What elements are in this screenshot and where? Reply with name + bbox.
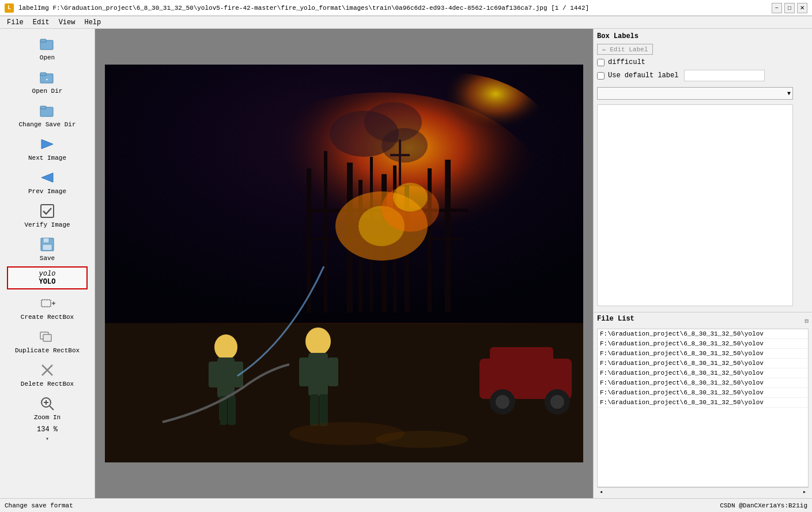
bottom-bar: Change save format CSDN @DanCXer1aYs:B21… — [0, 498, 812, 512]
minimize-button[interactable]: − — [772, 3, 782, 13]
use-default-label-text: Use default label — [608, 71, 678, 80]
svg-rect-13 — [41, 300, 51, 307]
scroll-down[interactable]: ▾ — [44, 435, 50, 444]
chevron-down-icon[interactable]: ▾ — [46, 436, 49, 443]
svg-rect-51 — [209, 362, 219, 387]
prev-image-icon — [38, 168, 56, 187]
file-item-5[interactable]: F:\Graduation_project\6_8_30_31_32_50\yo… — [598, 378, 808, 388]
file-item-6[interactable]: F:\Graduation_project\6_8_30_31_32_50\yo… — [598, 388, 808, 398]
left-toolbar: Open ▸ Open Dir Change Save Dir — [0, 29, 95, 498]
scroll-right-icon[interactable]: ▸ — [803, 488, 806, 495]
file-list-container[interactable]: F:\Graduation_project\6_8_30_31_32_50\yo… — [597, 329, 809, 487]
label-list-area — [597, 104, 793, 306]
edit-label-button[interactable]: ✏ Edit Label — [597, 44, 653, 55]
default-label-input[interactable] — [684, 70, 765, 81]
change-save-dir-label: Change Save Dir — [18, 121, 75, 128]
file-item-4[interactable]: F:\Graduation_project\6_8_30_31_32_50\yo… — [598, 368, 808, 378]
file-item-2[interactable]: F:\Graduation_project\6_8_30_31_32_50\yo… — [598, 349, 808, 359]
open-icon — [38, 35, 56, 53]
open-label: Open — [40, 54, 55, 61]
svg-point-48 — [382, 128, 428, 163]
svg-marker-8 — [41, 173, 53, 182]
file-item-1[interactable]: F:\Graduation_project\6_8_30_31_32_50\yo… — [598, 339, 808, 349]
app-icon: L — [5, 3, 14, 13]
difficult-checkbox[interactable] — [597, 59, 605, 66]
image-canvas — [105, 65, 583, 462]
open-dir-button[interactable]: ▸ Open Dir — [7, 65, 88, 98]
close-button[interactable]: ✕ — [797, 3, 807, 13]
file-list-collapse-button[interactable]: ⊟ — [805, 317, 809, 325]
fire-scene-bg — [105, 65, 583, 462]
svg-rect-1 — [40, 39, 46, 42]
label-dropdown[interactable] — [597, 87, 793, 100]
svg-rect-12 — [43, 244, 52, 250]
svg-rect-62 — [490, 347, 553, 364]
verify-image-button[interactable]: Verify Image — [7, 198, 88, 232]
zoom-in-label: Zoom In — [34, 414, 61, 421]
zoom-display: 134 % — [37, 424, 58, 435]
title-text: labelImg F:\Graduation_project\6_8_30_31… — [18, 5, 767, 12]
svg-rect-29 — [324, 151, 327, 313]
change-save-dir-button[interactable]: Change Save Dir — [7, 98, 88, 131]
save-label: Save — [40, 255, 55, 262]
box-labels-section: Box Labels ✏ Edit Label difficult Use de… — [594, 29, 812, 313]
open-button[interactable]: Open — [7, 31, 88, 65]
format-yolo-bold: YOLO — [10, 278, 84, 286]
next-image-button[interactable]: Next Image — [7, 131, 88, 165]
prev-image-button[interactable]: Prev Image — [7, 165, 88, 198]
file-list-title: File List — [597, 315, 635, 323]
title-bar: L labelImg F:\Graduation_project\6_8_30_… — [0, 0, 812, 16]
svg-marker-7 — [41, 140, 53, 149]
duplicate-rect-box-label: Duplicate RectBox — [15, 347, 80, 354]
zoom-in-button[interactable]: Zoom In — [7, 391, 88, 424]
svg-rect-50 — [217, 357, 235, 398]
open-dir-icon: ▸ — [38, 68, 56, 86]
file-item-7[interactable]: F:\Graduation_project\6_8_30_31_32_50\yo… — [598, 398, 808, 408]
image-canvas-area[interactable] — [95, 29, 593, 498]
difficult-label: difficult — [608, 58, 645, 66]
use-default-label-checkbox[interactable] — [597, 72, 605, 80]
format-section: yolo YOLO — [7, 266, 88, 289]
svg-rect-11 — [43, 238, 49, 243]
delete-rect-box-label: Delete RectBox — [21, 381, 74, 387]
create-rect-box-button[interactable]: Create RectBox — [7, 291, 88, 324]
next-image-label: Next Image — [28, 155, 66, 161]
file-list-header: File List ⊟ — [597, 315, 809, 326]
box-labels-title: Box Labels — [597, 32, 809, 40]
svg-rect-28 — [307, 168, 311, 313]
change-save-dir-icon — [38, 101, 56, 120]
save-button[interactable]: Save — [7, 232, 88, 265]
format-yolo-italic: yolo — [10, 270, 84, 278]
svg-rect-56 — [308, 353, 328, 396]
svg-point-49 — [214, 334, 237, 360]
right-panel: Box Labels ✏ Edit Label difficult Use de… — [593, 29, 812, 498]
maximize-button[interactable]: □ — [784, 3, 795, 13]
prev-image-label: Prev Image — [28, 188, 66, 195]
fire-scene-svg — [105, 65, 583, 462]
file-item-3[interactable]: F:\Graduation_project\6_8_30_31_32_50\yo… — [598, 359, 808, 368]
svg-point-66 — [550, 395, 564, 409]
delete-rect-box-icon — [38, 361, 56, 379]
bottom-right-text: CSDN @DanCXer1aYs:B21ig — [720, 502, 807, 509]
svg-rect-58 — [328, 357, 338, 386]
change-save-format-button[interactable]: Change save format — [5, 502, 73, 509]
svg-rect-9 — [41, 205, 54, 217]
svg-text:▸: ▸ — [46, 77, 49, 82]
menu-file[interactable]: File — [2, 17, 28, 28]
scroll-left-icon[interactable]: ◂ — [599, 488, 603, 495]
menu-view[interactable]: View — [54, 17, 80, 28]
file-list-section: File List ⊟ F:\Graduation_project\6_8_30… — [594, 313, 812, 498]
svg-rect-57 — [299, 357, 309, 386]
create-rect-box-icon — [38, 294, 56, 313]
delete-rect-box-button[interactable]: Delete RectBox — [7, 357, 88, 391]
file-list-scrollbar-h: ◂ ▸ — [597, 487, 809, 496]
menu-help[interactable]: Help — [80, 17, 105, 28]
main-content: Open ▸ Open Dir Change Save Dir — [0, 29, 812, 498]
difficult-row: difficult — [597, 58, 809, 66]
duplicate-rect-box-icon — [38, 327, 56, 346]
duplicate-rect-box-button[interactable]: Duplicate RectBox — [7, 324, 88, 357]
window-controls: − □ ✕ — [772, 3, 807, 13]
file-item-0[interactable]: F:\Graduation_project\6_8_30_31_32_50\yo… — [598, 329, 808, 339]
label-dropdown-wrapper: ▼ — [597, 85, 793, 102]
menu-edit[interactable]: Edit — [28, 17, 54, 28]
